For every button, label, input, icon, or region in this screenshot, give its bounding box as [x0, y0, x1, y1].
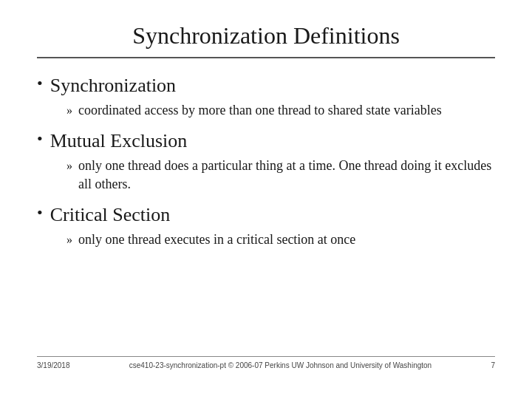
sub-bullet-critical: » only one thread executes in a critical…	[66, 231, 495, 249]
footer-page: 7	[491, 361, 495, 369]
bullet-dot-mutual: •	[37, 129, 43, 150]
slide-content: • Synchronization » coordinated access b…	[37, 73, 495, 349]
bullet-main-sync: • Synchronization	[37, 73, 495, 98]
slide: Synchronization Definitions • Synchroniz…	[0, 0, 532, 399]
bullet-label-mutual: Mutual Exclusion	[50, 129, 188, 154]
bullet-dot-sync: •	[37, 73, 43, 95]
sub-bullet-sync: » coordinated access by more than one th…	[66, 101, 495, 120]
sub-arrow-mutual: »	[66, 158, 72, 174]
bullet-main-critical: • Critical Section	[37, 202, 495, 228]
sub-arrow-critical: »	[66, 232, 72, 248]
slide-title: Synchronization Definitions	[37, 22, 495, 58]
sub-text-critical: only one thread executes in a critical s…	[78, 231, 355, 249]
footer-date: 3/19/2018	[37, 361, 70, 369]
footer-credit: cse410-23-synchronization-pt © 2006-07 P…	[129, 361, 432, 369]
bullet-label-sync: Synchronization	[50, 73, 176, 98]
sub-text-sync: coordinated access by more than one thre…	[78, 101, 442, 120]
bullet-mutual: • Mutual Exclusion » only one thread doe…	[37, 129, 495, 194]
sub-text-mutual: only one thread does a particular thing …	[78, 157, 495, 194]
bullet-critical: • Critical Section » only one thread exe…	[37, 202, 495, 249]
bullet-dot-critical: •	[37, 202, 43, 224]
sub-bullet-mutual: » only one thread does a particular thin…	[66, 157, 495, 194]
bullet-main-mutual: • Mutual Exclusion	[37, 129, 495, 154]
sub-arrow-sync: »	[66, 103, 72, 119]
bullet-synchronization: • Synchronization » coordinated access b…	[37, 73, 495, 120]
bullet-label-critical: Critical Section	[50, 202, 170, 228]
slide-footer: 3/19/2018 cse410-23-synchronization-pt ©…	[37, 356, 495, 369]
